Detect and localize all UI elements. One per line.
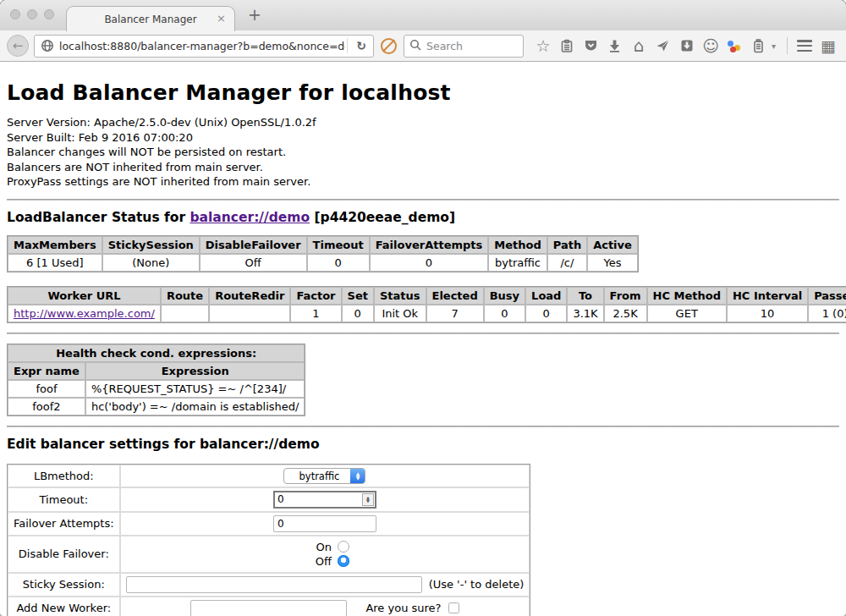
health-table-title: Health check cond. expressions: [8, 344, 305, 362]
page-content: Load Balancer Manager for localhost Serv… [0, 80, 846, 616]
col-expr-name: Expr name [8, 362, 85, 380]
cell-elected: 7 [426, 305, 484, 322]
cell-set: 0 [342, 305, 374, 322]
cell-expression: %{REQUEST_STATUS} =~ /^[234]/ [85, 380, 305, 398]
balancer-demo-link[interactable]: balancer://demo [190, 210, 310, 225]
sticky-session-input[interactable] [126, 576, 422, 593]
search-bar[interactable]: Search [404, 35, 524, 58]
toolbar-icons: ☆ ⌂ ☺ ▾ [532, 35, 839, 57]
globe-icon [41, 39, 54, 52]
save-to-device-icon[interactable] [676, 35, 698, 57]
col-set: Set [342, 287, 374, 305]
search-icon [409, 38, 421, 54]
multi-color-dots-icon[interactable] [723, 35, 745, 57]
reading-list-icon[interactable] [556, 35, 578, 57]
add-worker-input[interactable] [190, 600, 347, 616]
table-row: foof %{REQUEST_STATUS} =~ /^[234]/ [8, 380, 305, 398]
browser-tab[interactable]: Balancer Manager × [66, 6, 235, 31]
timeout-label: Timeout: [8, 487, 120, 512]
cell-factor: 1 [290, 305, 341, 322]
menu-icon[interactable] [794, 35, 816, 57]
bookmark-star-icon[interactable]: ☆ [532, 35, 554, 57]
table-header-row: MaxMembers StickySession DisableFailover… [8, 236, 638, 254]
proxypass-note: ProxyPass settings are NOT inherited fro… [7, 174, 839, 190]
worker-url-link[interactable]: http://www.example.com/ [14, 307, 155, 320]
container-battery-icon[interactable] [748, 35, 770, 57]
feedback-smiley-icon[interactable]: ☺ [700, 35, 722, 57]
zoom-window-button[interactable] [44, 9, 54, 19]
downloads-icon[interactable] [604, 35, 626, 57]
failover-attempts-label: Failover Attempts: [8, 512, 120, 536]
cell-failoverattempts: 0 [370, 254, 489, 272]
col-disablefailover: DisableFailover [200, 236, 307, 254]
server-info: Server Version: Apache/2.5.0-dev (Unix) … [7, 115, 839, 190]
back-button[interactable]: ← [7, 35, 29, 57]
col-worker-url: Worker URL [8, 287, 161, 305]
tab-close-icon[interactable]: × [217, 12, 226, 25]
lbmethod-label: LBmethod: [8, 465, 120, 487]
cell-status: Init Ok [374, 305, 426, 322]
server-built: Server Built: Feb 9 2016 07:00:20 [7, 130, 839, 146]
sticky-session-note: (Use '-' to delete) [429, 578, 525, 591]
disable-failover-label: Disable Failover: [8, 536, 120, 573]
radio-on-label: On [316, 541, 331, 553]
browser-window: Balancer Manager × + ← localhost:8880/ba… [0, 0, 846, 616]
cell-hc-method: GET [647, 305, 727, 322]
url-bar[interactable]: localhost:8880/balancer-manager?b=demo&n… [34, 35, 374, 58]
worker-table: Worker URL Route RouteRedir Factor Set S… [7, 286, 846, 323]
reload-button[interactable]: ↻ [349, 39, 373, 52]
timeout-row: Timeout: ▲▼ [8, 487, 530, 512]
page-title: Load Balancer Manager for localhost [7, 80, 839, 105]
col-path: Path [547, 236, 587, 254]
cell-path: /c/ [547, 254, 587, 272]
cell-stickysession: (None) [102, 254, 200, 272]
divider [7, 199, 839, 201]
chevron-down-icon[interactable]: ▾ [772, 41, 782, 51]
col-elected: Elected [426, 287, 484, 305]
radio-off-label: Off [316, 555, 332, 568]
cell-passes: 1 (0) [808, 305, 846, 322]
pocket-icon[interactable] [580, 35, 602, 57]
cell-route [161, 305, 209, 322]
cell-expression: hc('body') =~ /domain is established/ [85, 398, 305, 415]
table-row: foof2 hc('body') =~ /domain is establish… [8, 398, 305, 415]
minimize-window-button[interactable] [27, 9, 37, 19]
edit-settings-heading: Edit balancer settings for balancer://de… [7, 437, 839, 452]
cell-active: Yes [587, 254, 638, 272]
lbmethod-selected-value: bytraffic [284, 469, 350, 483]
tab-groups-icon[interactable]: ▦ [817, 35, 839, 57]
cell-routeredir [209, 305, 290, 322]
table-title-row: Health check cond. expressions: [8, 344, 305, 362]
col-from: From [604, 287, 647, 305]
are-you-sure-checkbox[interactable] [448, 602, 459, 613]
cell-worker-url: http://www.example.com/ [8, 305, 161, 322]
are-you-sure-label: Are you sure? [365, 602, 441, 614]
inherit-note: Balancers are NOT inherited from main se… [7, 160, 839, 175]
col-stickysession: StickySession [102, 236, 200, 254]
lbmethod-select[interactable]: bytraffic ▲▼ [283, 468, 365, 484]
url-text[interactable]: localhost:8880/balancer-manager?b=demo&n… [59, 40, 345, 52]
worker-row: http://www.example.com/ 1 0 Init Ok 7 0 … [8, 305, 846, 322]
server-version: Server Version: Apache/2.5.0-dev (Unix) … [7, 115, 839, 130]
cell-timeout: 0 [307, 254, 370, 272]
timeout-input[interactable] [273, 491, 376, 509]
failover-on-radio[interactable] [338, 541, 349, 553]
failover-attempts-input[interactable] [273, 515, 376, 532]
close-window-button[interactable] [10, 9, 20, 19]
sticky-session-row: Sticky Session: (Use '-' to delete) [8, 573, 530, 597]
col-timeout: Timeout [307, 236, 370, 254]
col-factor: Factor [290, 287, 341, 305]
number-spinner-icon[interactable]: ▲▼ [362, 493, 374, 506]
cell-from: 2.5K [604, 305, 647, 322]
search-placeholder: Search [426, 40, 463, 52]
failover-off-radio[interactable] [338, 555, 349, 567]
cell-busy: 0 [484, 305, 525, 322]
home-icon[interactable]: ⌂ [628, 35, 650, 57]
blocked-content-icon[interactable] [381, 38, 397, 54]
col-hc-interval: HC Interval [727, 287, 808, 305]
table-header-row: Worker URL Route RouteRedir Factor Set S… [8, 287, 846, 305]
send-icon[interactable] [651, 35, 673, 57]
new-tab-button[interactable]: + [248, 5, 261, 24]
select-stepper-icon: ▲▼ [350, 469, 365, 483]
col-status: Status [374, 287, 426, 305]
